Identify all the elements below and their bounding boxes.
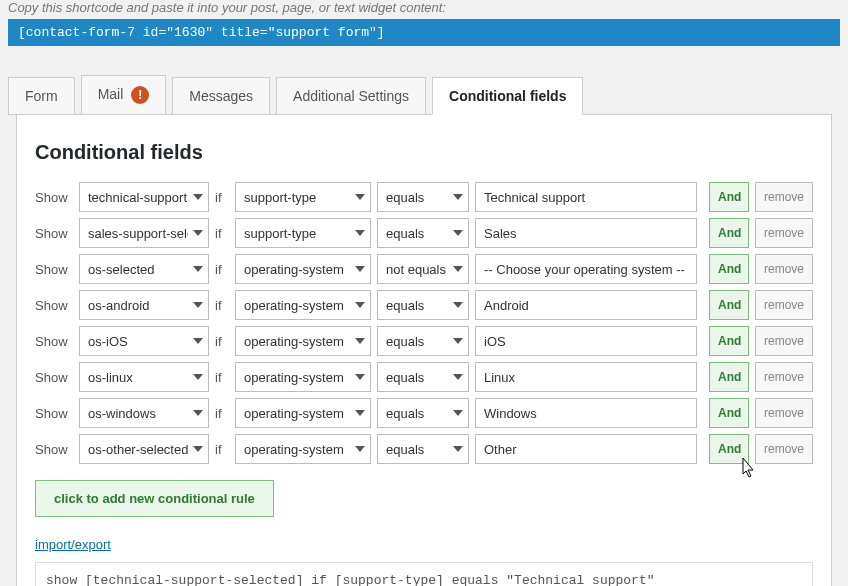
group-select[interactable]: os-other-selected: [79, 434, 209, 464]
tab-conditional-fields[interactable]: Conditional fields: [432, 77, 583, 115]
rules-textarea[interactable]: show [technical-support-selected] if [su…: [35, 562, 813, 586]
shortcode-hint: Copy this shortcode and paste it into yo…: [0, 0, 848, 19]
value-input[interactable]: [475, 434, 697, 464]
remove-button[interactable]: remove: [755, 326, 813, 356]
group-select[interactable]: os-iOS: [79, 326, 209, 356]
field-select[interactable]: support-type: [235, 182, 371, 212]
tab-mail-label: Mail: [98, 86, 124, 102]
rule-row: Showos-other-selectedifoperating-systeme…: [35, 434, 813, 464]
tab-messages[interactable]: Messages: [172, 77, 270, 115]
rules-list: Showtechnical-supportifsupport-typeequal…: [35, 182, 813, 464]
and-button[interactable]: And: [709, 398, 749, 428]
field-select[interactable]: support-type: [235, 218, 371, 248]
and-button[interactable]: And: [709, 326, 749, 356]
value-input[interactable]: [475, 182, 697, 212]
show-keyword: Show: [35, 334, 73, 349]
show-keyword: Show: [35, 298, 73, 313]
group-select[interactable]: os-selected: [79, 254, 209, 284]
remove-button[interactable]: remove: [755, 182, 813, 212]
rule-row: Showos-iOSifoperating-systemequalsAndrem…: [35, 326, 813, 356]
show-keyword: Show: [35, 406, 73, 421]
value-input[interactable]: [475, 326, 697, 356]
operator-select[interactable]: equals: [377, 362, 469, 392]
if-keyword: if: [215, 334, 229, 349]
value-input[interactable]: [475, 398, 697, 428]
and-button[interactable]: And: [709, 254, 749, 284]
if-keyword: if: [215, 226, 229, 241]
value-input[interactable]: [475, 362, 697, 392]
and-button[interactable]: And: [709, 182, 749, 212]
field-select[interactable]: operating-system: [235, 326, 371, 356]
rule-row: Showos-androidifoperating-systemequalsAn…: [35, 290, 813, 320]
add-rule-button[interactable]: click to add new conditional rule: [35, 480, 274, 517]
operator-select[interactable]: equals: [377, 326, 469, 356]
rule-row: Showos-selectedifoperating-systemnot equ…: [35, 254, 813, 284]
group-select[interactable]: technical-support: [79, 182, 209, 212]
field-select[interactable]: operating-system: [235, 254, 371, 284]
field-select[interactable]: operating-system: [235, 398, 371, 428]
rule-row: Showos-windowsifoperating-systemequalsAn…: [35, 398, 813, 428]
if-keyword: if: [215, 298, 229, 313]
tab-form[interactable]: Form: [8, 77, 75, 115]
operator-select[interactable]: equals: [377, 290, 469, 320]
remove-button[interactable]: remove: [755, 434, 813, 464]
show-keyword: Show: [35, 370, 73, 385]
value-input[interactable]: [475, 254, 697, 284]
if-keyword: if: [215, 190, 229, 205]
show-keyword: Show: [35, 226, 73, 241]
operator-select[interactable]: equals: [377, 434, 469, 464]
if-keyword: if: [215, 442, 229, 457]
show-keyword: Show: [35, 442, 73, 457]
group-select[interactable]: os-android: [79, 290, 209, 320]
tab-mail[interactable]: Mail !: [81, 75, 167, 115]
remove-button[interactable]: remove: [755, 290, 813, 320]
shortcode-bar[interactable]: [contact-form-7 id="1630" title="support…: [8, 19, 840, 46]
value-input[interactable]: [475, 218, 697, 248]
remove-button[interactable]: remove: [755, 398, 813, 428]
rule-row: Showos-linuxifoperating-systemequalsAndr…: [35, 362, 813, 392]
operator-select[interactable]: equals: [377, 398, 469, 428]
show-keyword: Show: [35, 262, 73, 277]
remove-button[interactable]: remove: [755, 254, 813, 284]
value-input[interactable]: [475, 290, 697, 320]
and-button[interactable]: And: [709, 290, 749, 320]
and-button[interactable]: And: [709, 434, 749, 464]
tab-additional-settings[interactable]: Additional Settings: [276, 77, 426, 115]
operator-select[interactable]: equals: [377, 218, 469, 248]
section-title: Conditional fields: [35, 141, 813, 164]
field-select[interactable]: operating-system: [235, 362, 371, 392]
operator-select[interactable]: not equals: [377, 254, 469, 284]
group-select[interactable]: os-linux: [79, 362, 209, 392]
if-keyword: if: [215, 406, 229, 421]
import-export-link[interactable]: import/export: [35, 537, 111, 552]
if-keyword: if: [215, 262, 229, 277]
remove-button[interactable]: remove: [755, 362, 813, 392]
conditional-fields-panel: Conditional fields Showtechnical-support…: [16, 114, 832, 586]
show-keyword: Show: [35, 190, 73, 205]
and-button[interactable]: And: [709, 218, 749, 248]
alert-icon: !: [131, 86, 149, 104]
if-keyword: if: [215, 370, 229, 385]
tab-bar: Form Mail ! Messages Additional Settings…: [8, 74, 840, 114]
rule-row: Showsales-support-selectedifsupport-type…: [35, 218, 813, 248]
group-select[interactable]: sales-support-selected: [79, 218, 209, 248]
operator-select[interactable]: equals: [377, 182, 469, 212]
field-select[interactable]: operating-system: [235, 434, 371, 464]
group-select[interactable]: os-windows: [79, 398, 209, 428]
rule-row: Showtechnical-supportifsupport-typeequal…: [35, 182, 813, 212]
field-select[interactable]: operating-system: [235, 290, 371, 320]
and-button[interactable]: And: [709, 362, 749, 392]
remove-button[interactable]: remove: [755, 218, 813, 248]
